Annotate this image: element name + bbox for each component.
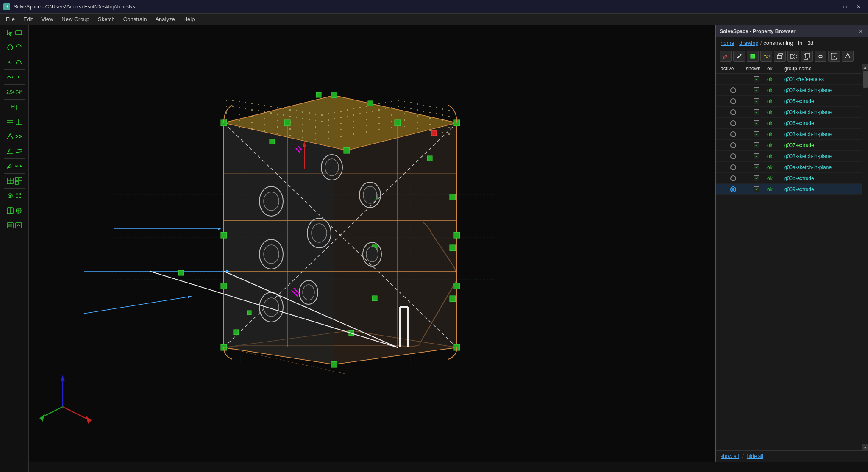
menu-edit[interactable]: Edit — [19, 14, 37, 24]
breadcrumb-home[interactable]: home — [721, 40, 734, 46]
group-row-3[interactable]: ok g005-extrude — [716, 96, 862, 107]
view2-tool-btn[interactable] — [3, 175, 26, 186]
group-row-10[interactable]: ok g00b-extrude — [716, 173, 862, 184]
horiz-vert-tool-btn[interactable]: H | — [3, 101, 26, 112]
group9-shown-col[interactable] — [746, 164, 767, 170]
text-tool-btn[interactable]: A — [3, 57, 26, 68]
dimension-tool-btn[interactable]: 2.54 74° — [3, 86, 26, 97]
pb-pencil-icon[interactable] — [733, 51, 745, 62]
pb-angle-icon[interactable]: 74° — [760, 51, 772, 62]
equal-perp-tool-btn[interactable] — [3, 116, 26, 127]
group-row-5[interactable]: ok g006-extrude — [716, 118, 862, 129]
group5-active-col[interactable] — [721, 120, 746, 126]
group-row-8[interactable]: ok g008-sketch-in-plane — [716, 151, 862, 162]
angle2-ref-tool-btn[interactable]: REF — [3, 161, 26, 172]
group5-active-radio[interactable] — [730, 120, 736, 126]
group7-active-col[interactable] — [721, 142, 746, 148]
svg-rect-166 — [340, 136, 342, 137]
group-row-11[interactable]: ok g009-extrude — [716, 184, 862, 195]
group8-active-radio[interactable] — [730, 153, 736, 159]
group4-active-col[interactable] — [721, 109, 746, 115]
group6-active-radio[interactable] — [730, 131, 736, 137]
group3-shown-col[interactable] — [746, 98, 767, 104]
circle-tool-btn[interactable] — [3, 42, 26, 53]
step-array-tool-btn[interactable] — [3, 190, 26, 201]
pb-scroll-down-button[interactable]: ▼ — [862, 444, 868, 450]
menu-view[interactable]: View — [37, 14, 57, 24]
show-all-link[interactable]: show all — [721, 453, 739, 459]
group8-shown-col[interactable] — [746, 153, 767, 159]
breadcrumb-drawing[interactable]: drawing — [739, 40, 759, 46]
pb-copy-icon[interactable] — [801, 51, 813, 62]
minimize-button[interactable]: – — [826, 3, 837, 11]
menu-analyze[interactable]: Analyze — [151, 14, 179, 24]
group11-shown-checkbox[interactable] — [754, 186, 760, 192]
hide-all-link[interactable]: hide all — [747, 453, 763, 459]
group-row-2[interactable]: ok g002-sketch-in-plane — [716, 85, 862, 96]
link-snap-tool-btn[interactable] — [3, 205, 26, 216]
spline-tool-btn[interactable] — [3, 72, 26, 83]
group11-active-radio[interactable] — [730, 186, 736, 192]
group8-active-col[interactable] — [721, 153, 746, 159]
pb-mirror-icon[interactable] — [787, 51, 799, 62]
svg-marker-8 — [7, 134, 13, 139]
group3-active-col[interactable] — [721, 98, 746, 104]
group3-shown-checkbox[interactable] — [754, 98, 760, 104]
group8-shown-checkbox[interactable] — [754, 153, 760, 159]
group11-shown-col[interactable] — [746, 186, 767, 192]
pb-green-square-icon[interactable] — [747, 51, 759, 62]
menu-sketch[interactable]: Sketch — [94, 14, 119, 24]
pb-revolve-icon[interactable] — [815, 51, 826, 62]
group5-shown-checkbox[interactable] — [754, 120, 760, 126]
group10-active-col[interactable] — [721, 175, 746, 181]
group2-shown-col[interactable] — [746, 87, 767, 93]
group2-active-radio[interactable] — [730, 87, 736, 93]
group9-shown-checkbox[interactable] — [754, 164, 760, 170]
group6-shown-checkbox[interactable] — [754, 131, 760, 137]
import-export-tool-btn[interactable] — [3, 220, 26, 231]
group7-shown-checkbox[interactable] — [754, 142, 760, 148]
menu-file[interactable]: File — [2, 14, 19, 24]
pb-helix-icon[interactable] — [828, 51, 840, 62]
menu-newgroup[interactable]: New Group — [57, 14, 94, 24]
menu-help[interactable]: Help — [179, 14, 199, 24]
pb-scroll-up-button[interactable]: ▲ — [862, 64, 868, 70]
menu-constrain[interactable]: Constrain — [119, 14, 151, 24]
group1-shown-col[interactable] — [746, 76, 767, 82]
close-button[interactable]: ✕ — [853, 3, 865, 11]
pb-extrude-icon[interactable] — [774, 51, 786, 62]
group5-shown-col[interactable] — [746, 120, 767, 126]
group-row-6[interactable]: ok g003-sketch-in-plane — [716, 129, 862, 140]
group4-shown-col[interactable] — [746, 109, 767, 115]
group-row-4[interactable]: ok g004-sketch-in-plane — [716, 107, 862, 118]
pb-scrollbar[interactable]: ▲ ▼ — [862, 64, 868, 450]
group3-active-radio[interactable] — [730, 98, 736, 104]
pb-close-button[interactable]: ✕ — [857, 28, 865, 35]
group4-shown-checkbox[interactable] — [754, 109, 760, 115]
group10-shown-col[interactable] — [746, 175, 767, 181]
group2-shown-checkbox[interactable] — [754, 87, 760, 93]
pb-scroll-track[interactable] — [862, 70, 868, 444]
group10-shown-checkbox[interactable] — [754, 175, 760, 181]
group10-active-radio[interactable] — [730, 175, 736, 181]
pb-scroll-thumb[interactable] — [863, 71, 868, 88]
group6-shown-col[interactable] — [746, 131, 767, 137]
group4-active-radio[interactable] — [730, 109, 736, 115]
group-row-1[interactable]: ok g001-#references — [716, 74, 862, 85]
group2-active-col[interactable] — [721, 87, 746, 93]
group-row-7[interactable]: ok g007-extrude — [716, 140, 862, 151]
group11-active-col[interactable] — [721, 186, 746, 192]
group7-active-radio[interactable] — [730, 142, 736, 148]
group7-shown-col[interactable] — [746, 142, 767, 148]
pb-import3d-icon[interactable] — [842, 51, 854, 62]
select-tool-btn[interactable] — [3, 27, 26, 38]
angle-parallel-tool-btn[interactable] — [3, 146, 26, 157]
pb-sketch-icon[interactable] — [720, 51, 732, 62]
midpoint-symm-tool-btn[interactable] — [3, 131, 26, 142]
group9-active-radio[interactable] — [730, 164, 736, 170]
group1-shown-checkbox[interactable] — [754, 76, 760, 82]
maximize-button[interactable]: □ — [839, 3, 851, 11]
group6-active-col[interactable] — [721, 131, 746, 137]
group9-active-col[interactable] — [721, 164, 746, 170]
group-row-9[interactable]: ok g00a-sketch-in-plane — [716, 162, 862, 173]
